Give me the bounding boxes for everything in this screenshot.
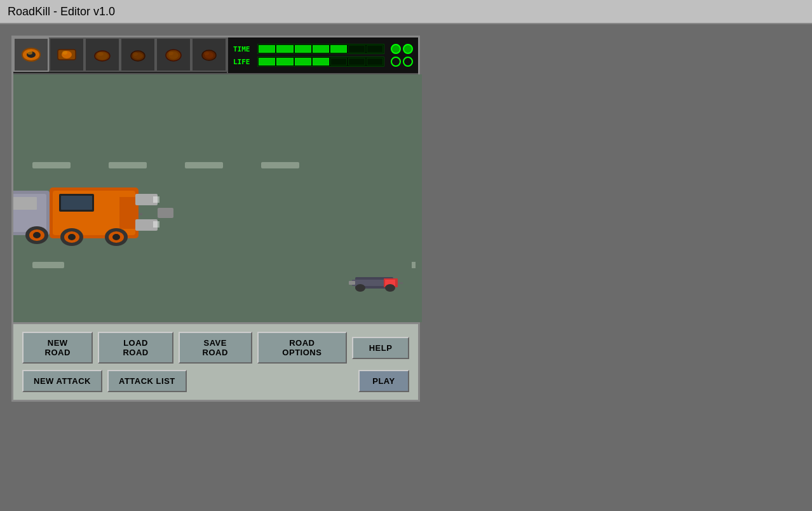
road-options-button[interactable]: ROAD OPTIONS — [257, 332, 347, 364]
item-slots — [13, 37, 228, 73]
life-row: LIFE — [233, 57, 413, 67]
item-icon-3 — [91, 43, 114, 66]
svg-rect-64 — [158, 208, 173, 218]
svg-rect-54 — [153, 221, 159, 228]
svg-point-2 — [27, 51, 32, 55]
player-vehicle — [13, 162, 173, 266]
play-button[interactable]: PLAY — [358, 370, 409, 392]
item-slot-6[interactable] — [191, 37, 227, 72]
new-road-button[interactable]: NEW ROAD — [22, 332, 93, 364]
svg-point-57 — [68, 234, 76, 240]
svg-rect-69 — [349, 281, 355, 285]
svg-rect-53 — [153, 196, 159, 203]
svg-point-17 — [204, 51, 209, 55]
svg-point-72 — [385, 284, 395, 292]
life-label: LIFE — [233, 58, 254, 66]
svg-point-60 — [112, 234, 120, 240]
time-circles — [391, 44, 413, 54]
button-row-2: NEW ATTACK ATTACK LIST PLAY — [22, 370, 409, 392]
life-circles — [391, 57, 413, 67]
hud-bar: TIME LIFE — [13, 37, 418, 74]
load-road-button[interactable]: LOAD ROAD — [98, 332, 173, 364]
item-slot-4[interactable] — [120, 37, 156, 72]
svg-point-45 — [33, 232, 41, 238]
svg-rect-39 — [13, 197, 37, 210]
new-attack-button[interactable]: NEW ATTACK — [22, 370, 102, 392]
item-icon-6 — [198, 43, 220, 66]
time-track — [257, 44, 384, 54]
app-title: RoadKill - Editor v1.0 — [8, 5, 115, 18]
road-viewport — [13, 74, 422, 322]
player-sprite — [13, 162, 173, 264]
item-icon-2 — [55, 43, 78, 66]
hud-display: TIME LIFE — [228, 37, 418, 73]
item-slot-1[interactable] — [13, 37, 49, 72]
time-row: TIME — [233, 44, 413, 54]
item-icon-4 — [126, 43, 149, 66]
item-icon-1 — [20, 43, 43, 66]
enemy-2-sprite — [349, 266, 403, 301]
item-slot-3[interactable] — [85, 37, 120, 72]
svg-point-8 — [97, 52, 104, 56]
svg-point-14 — [168, 51, 173, 55]
road-scroll-indicator — [412, 262, 416, 268]
save-road-button[interactable]: SAVE ROAD — [179, 332, 252, 364]
svg-rect-70 — [398, 282, 403, 284]
item-icon-5 — [162, 43, 185, 66]
time-label: TIME — [233, 45, 254, 53]
svg-point-11 — [133, 52, 138, 56]
life-track — [257, 57, 384, 67]
svg-rect-49 — [61, 196, 92, 210]
item-slot-2[interactable] — [49, 37, 85, 72]
game-panel: TIME LIFE — [11, 36, 420, 324]
item-slot-5[interactable] — [156, 37, 191, 72]
svg-point-5 — [62, 51, 67, 55]
svg-point-71 — [355, 284, 365, 292]
help-button[interactable]: HELP — [352, 337, 409, 359]
attack-list-button[interactable]: ATTACK LIST — [107, 370, 187, 392]
controls-panel: NEW ROAD LOAD ROAD SAVE ROAD ROAD OPTION… — [11, 324, 420, 402]
button-row-1: NEW ROAD LOAD ROAD SAVE ROAD ROAD OPTION… — [22, 332, 409, 364]
main-container: TIME LIFE — [0, 24, 812, 413]
enemy-vehicle-2 — [349, 266, 403, 303]
title-bar: RoadKill - Editor v1.0 — [0, 0, 812, 24]
